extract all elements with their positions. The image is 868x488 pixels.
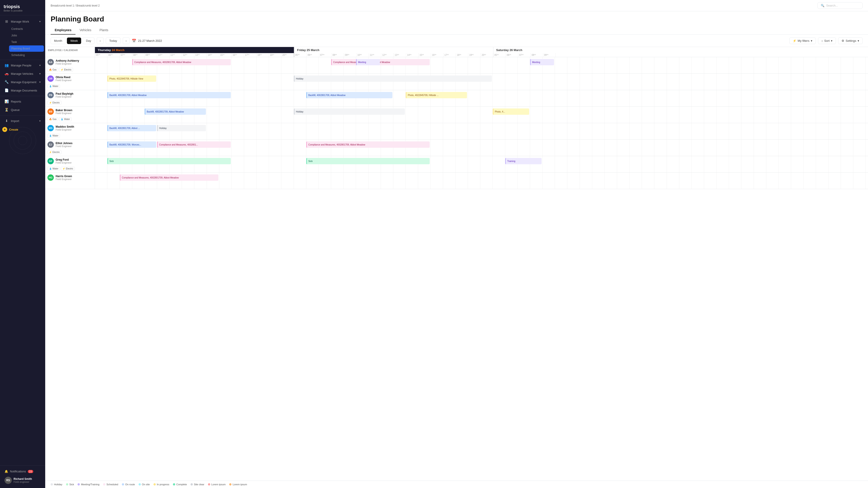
calendar-event[interactable]: Holiday <box>294 108 405 115</box>
hour-cell: 14⁰⁰ <box>406 53 418 57</box>
tab-employees[interactable]: Employees <box>51 26 75 35</box>
employee-tag: ⚡Electric <box>48 150 61 154</box>
calendar-event[interactable]: Backfill, 4002801709, Worces... <box>107 141 156 148</box>
sidebar-item-manage-work[interactable]: ⊞ Manage Work ▾ <box>1 18 44 26</box>
employee-tag: 🔥Gas <box>48 117 58 121</box>
hour-cell: 07⁰⁰ <box>319 53 332 57</box>
sidebar-item-import[interactable]: ⬇ Import ▾ <box>1 117 44 125</box>
hour-cell: 06⁰⁰ <box>107 53 120 57</box>
calendar-event[interactable]: Photo, 4022845709, Hillside View <box>107 75 156 82</box>
table-row: OROlivia ReedField Engineer💧WaterPhoto, … <box>45 74 868 90</box>
manage-equipment-icon: 🔧 <box>4 80 8 84</box>
sidebar-item-manage-vehicles[interactable]: 🚗 Manage Vehicles ▾ <box>1 70 44 78</box>
calendar-event[interactable]: Meeting <box>356 59 380 65</box>
hour-cell: 05⁰⁰ <box>493 53 506 57</box>
tab-plants[interactable]: Plants <box>95 26 112 35</box>
sort-button[interactable]: ↕ Sort ▾ <box>818 37 836 44</box>
calendar-event[interactable]: Sick <box>107 158 231 164</box>
sidebar-item-task[interactable]: Task <box>9 39 44 45</box>
sidebar-item-scheduling[interactable]: Scheduling <box>9 52 44 58</box>
today-button[interactable]: Today <box>106 37 121 44</box>
sidebar-item-planning-board[interactable]: Planning Board <box>9 45 44 52</box>
search-box[interactable]: 🔍 Search... <box>817 2 863 9</box>
calendar-event[interactable]: Training <box>505 158 541 164</box>
hour-cell: 19⁰⁰ <box>269 53 281 57</box>
user-profile-button[interactable]: RS Richard Smith Field engineer <box>2 475 43 486</box>
employee-calendar-header: EMPLOYEE / CALENDAR <box>45 47 95 57</box>
sidebar-item-manage-people[interactable]: 👥 Manage People ▾ <box>1 61 44 69</box>
calendar-event[interactable]: Holiday <box>294 75 492 82</box>
hour-cell: 15⁰⁰ <box>219 53 232 57</box>
my-filters-button[interactable]: ⚡ My filters ▾ <box>789 37 816 44</box>
calendar-header: EMPLOYEE / CALENDAR Thursday 24 March 05… <box>45 47 868 57</box>
settings-button[interactable]: ⚙ Settings ▾ <box>838 37 863 44</box>
calendar-rows: AAAnthony AshberryField Engineer🔥Gas⚡Ele… <box>45 57 868 189</box>
sidebar-item-jobs[interactable]: Jobs <box>9 32 44 39</box>
queue-icon: ⏳ <box>4 108 8 112</box>
user-info: Richard Smith Field engineer <box>13 477 32 483</box>
calendar-event[interactable]: Compliance and Measures, 4002801709, Abb… <box>120 174 218 181</box>
timeline-cell: Backfill, 4002801709, Abbot MeadowHolida… <box>95 107 868 123</box>
sidebar-item-manage-equipment[interactable]: 🔧 Manage Equipment ▾ <box>1 78 44 86</box>
calendar-event[interactable]: Photo, 4022845709, Hillside ...Photo, 40… <box>406 92 467 98</box>
employee-name: Paul Bayleigh <box>56 92 73 95</box>
calendar-event[interactable]: Backfill, 4002801709, Abbot Meadow <box>107 92 231 98</box>
employee-name: Greg Ford <box>56 158 72 161</box>
sidebar-item-manage-documents[interactable]: 📄 Manage Documents <box>1 86 44 94</box>
view-month-button[interactable]: Month <box>51 37 66 44</box>
bell-icon: 🔔 <box>4 470 8 473</box>
view-week-button[interactable]: Week <box>67 37 81 44</box>
notifications-button[interactable]: 🔔 Notifications 23 <box>2 468 43 475</box>
toolbar-right: ⚡ My filters ▾ ↕ Sort ▾ ⚙ Settings ▾ <box>789 37 863 44</box>
calendar-event[interactable]: Compliance and Measures, 4002801709, Abb… <box>331 59 430 65</box>
employee-tag: ⚡Electric <box>59 68 73 72</box>
calendar-event[interactable]: Compliance and Measures, 4002801709, Abb… <box>132 59 231 65</box>
calendar-event[interactable]: Backfill, 4002801709, Abbot Meadow <box>145 108 206 115</box>
hour-cell: 09⁰⁰ <box>543 53 556 57</box>
sidebar-item-contracts[interactable]: Contracts <box>9 26 44 32</box>
legend-lorem1: Lorem ipsum <box>208 483 226 486</box>
calendar-event[interactable]: Backfill, 4002801709, Abbot ... <box>107 125 156 131</box>
employee-name: Olivia Reed <box>56 76 72 79</box>
day-col-fri: Friday 25 March 05⁰⁰ 06⁰⁰ 07⁰⁰ 08⁰⁰ 09⁰⁰… <box>294 47 493 57</box>
hour-cell: 14⁰⁰ <box>207 53 219 57</box>
employee-role: Field Engineer <box>56 145 72 148</box>
view-day-button[interactable]: Day <box>83 37 94 44</box>
sidebar-item-reports[interactable]: 📊 Reports <box>1 97 44 105</box>
employee-tag: ⚡Electric <box>48 101 61 105</box>
employee-info-cell: MSMaddox SmithField Engineer💧Water <box>45 123 95 139</box>
tab-vehicles[interactable]: Vehicles <box>75 26 95 35</box>
calendar-event[interactable]: Compliance and Measures, 4002801709, Abb… <box>306 141 430 148</box>
date-range: 📅 21-27 March 2022 <box>132 39 162 43</box>
hours-row-sat: 05⁰⁰ 06⁰⁰ 07⁰⁰ 08⁰⁰ 09⁰⁰ <box>493 53 568 57</box>
hour-cell: 10⁰⁰ <box>157 53 169 57</box>
prev-arrow-button[interactable]: ‹ <box>97 37 103 44</box>
chevron-down-icon: ▾ <box>811 39 812 42</box>
sort-label: Sort <box>824 39 830 42</box>
legend-on-site: On site <box>138 483 150 486</box>
calendar-event[interactable]: Holiday <box>157 125 206 131</box>
chevron-down-icon: ▾ <box>39 20 41 23</box>
hour-cell: 08⁰⁰ <box>332 53 344 57</box>
breadcrumb: Breadcrumb level 1 / Breadcrumb level 2 <box>51 4 100 7</box>
page-title: Planning Board <box>51 15 863 23</box>
sidebar-item-label: Manage Work <box>11 20 29 23</box>
hour-cell: 16⁰⁰ <box>431 53 443 57</box>
sidebar-bottom: 🔔 Notifications 23 RS Richard Smith Fiel… <box>0 465 45 488</box>
calendar-event[interactable]: Sick <box>306 158 430 164</box>
calendar-event[interactable]: Compliance and Measures, 4002801... <box>157 141 231 148</box>
calendar-event[interactable]: Photo, 4... <box>493 108 529 115</box>
next-arrow-button[interactable]: › <box>123 37 129 44</box>
table-row: EJElliot JohnesField Engineer⚡ElectricBa… <box>45 140 868 156</box>
date-range-label: 21-27 March 2022 <box>138 39 162 42</box>
calendar-event[interactable]: Meeting <box>530 59 554 65</box>
hour-cell: 11⁰⁰ <box>169 53 182 57</box>
sidebar-item-queue[interactable]: ⏳ Queue <box>1 106 44 114</box>
employee-name: Anthony Ashberry <box>56 59 79 62</box>
sidebar-nav: ⊞ Manage Work ▾ Contracts Jobs Task Plan… <box>0 15 45 465</box>
legend-holiday: Holiday <box>51 483 62 486</box>
brand-name: triopsis <box>4 4 41 9</box>
legend-in-progress: In progress <box>153 483 169 486</box>
calendar-event[interactable]: Backfill, 4002801709, Abbot Meadow <box>306 92 393 98</box>
reports-icon: 📊 <box>4 99 8 103</box>
